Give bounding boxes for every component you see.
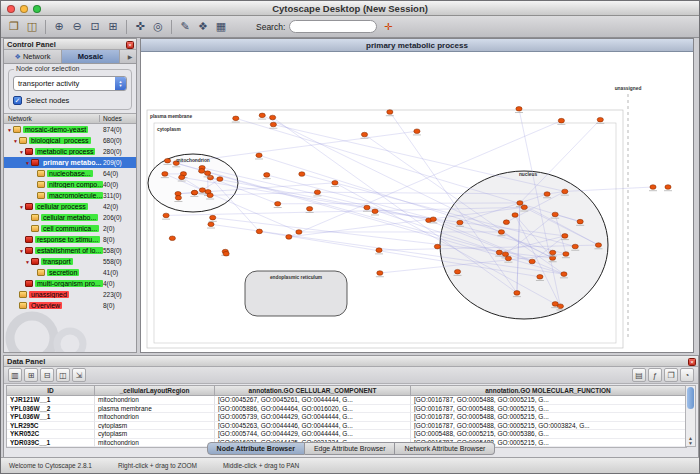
graph-node[interactable] xyxy=(270,115,276,120)
graph-node[interactable] xyxy=(543,192,551,199)
graph-node[interactable] xyxy=(269,122,277,128)
graph-node[interactable] xyxy=(549,250,557,257)
delete-attribute-icon[interactable]: ⊟ xyxy=(40,368,54,382)
chart-icon[interactable]: ◔ xyxy=(680,368,694,382)
graph-node[interactable] xyxy=(594,243,602,250)
expander-icon[interactable]: ▼ xyxy=(18,248,25,254)
graph-node[interactable] xyxy=(162,213,170,220)
tab-mosaic[interactable]: Mosaic xyxy=(62,50,120,63)
graph-node[interactable] xyxy=(456,220,464,227)
graph-node[interactable] xyxy=(178,175,186,182)
table-row[interactable]: YPL036W__1mitochondrion[GO:0005739, GO:0… xyxy=(7,413,686,422)
table-row[interactable]: YJR121W__1mitochondrion[GO:0045267, GO:0… xyxy=(7,396,686,405)
tab-network-attribute-browser[interactable]: Network Attribute Browser xyxy=(395,442,495,455)
layout-icon[interactable]: ▦ xyxy=(212,18,230,36)
graph-node[interactable] xyxy=(551,302,559,309)
close-data-panel-icon[interactable]: × xyxy=(688,358,696,366)
tree-column-network[interactable]: Network xyxy=(4,115,100,122)
graph-node[interactable] xyxy=(576,219,584,226)
graph-node[interactable] xyxy=(495,250,503,256)
graph-node[interactable] xyxy=(331,181,339,188)
graph-node[interactable] xyxy=(164,158,172,165)
graph-node[interactable] xyxy=(562,252,570,258)
expander-icon[interactable]: ▼ xyxy=(18,149,25,155)
expander-icon[interactable]: ▼ xyxy=(18,204,25,210)
close-window-icon[interactable] xyxy=(7,5,15,13)
tree-row-unassigned[interactable]: unassigned223(0) xyxy=(4,289,136,300)
tree-row-macromolecule[interactable]: macromolecule...311(0) xyxy=(4,190,136,201)
graph-node[interactable] xyxy=(274,202,282,209)
graph-node[interactable] xyxy=(207,175,213,180)
open-session-icon[interactable]: ❐ xyxy=(5,18,23,36)
graph-node[interactable] xyxy=(571,244,579,251)
graph-node[interactable] xyxy=(263,173,271,180)
graph-node[interactable] xyxy=(376,271,384,278)
table-column-header[interactable]: _cellularLayoutRegion xyxy=(95,386,215,395)
graph-node[interactable] xyxy=(371,209,379,216)
graph-node[interactable] xyxy=(551,212,559,219)
graph-node[interactable] xyxy=(515,107,523,114)
minimize-window-icon[interactable] xyxy=(20,5,28,13)
graph-node[interactable] xyxy=(497,230,505,237)
graph-node[interactable] xyxy=(255,153,263,160)
graph-node[interactable] xyxy=(169,236,175,241)
graph-node[interactable] xyxy=(206,193,214,200)
close-panel-icon[interactable]: × xyxy=(126,41,134,49)
tree-row-mosaic-demo-yeast[interactable]: ▼mosaic-demo-yeast874(0) xyxy=(4,124,136,135)
expander-icon[interactable]: ▼ xyxy=(6,127,13,133)
snapshot-icon[interactable]: ◎ xyxy=(149,18,167,36)
open-attributes-icon[interactable]: ❐ xyxy=(664,368,678,382)
tree-row-cellular-metabo[interactable]: cellular metabo...206(0) xyxy=(4,212,136,223)
tab-node-attribute-browser[interactable]: Node Attribute Browser xyxy=(207,442,305,455)
color-attribute-dropdown[interactable]: transporter activity ▲▼ xyxy=(13,76,127,91)
tree-row-secretion[interactable]: secretion41(0) xyxy=(4,267,136,278)
tree-column-nodes[interactable]: Nodes xyxy=(100,115,136,122)
import-attributes-icon[interactable]: ⇲ xyxy=(72,368,86,382)
tree-row-cell-communica[interactable]: cell communica...2(0) xyxy=(4,223,136,234)
tree-row-metabolic-process[interactable]: ▼metabolic process280(0) xyxy=(4,146,136,157)
graph-node[interactable] xyxy=(313,190,321,197)
graph-node[interactable] xyxy=(504,256,512,263)
graph-node[interactable] xyxy=(536,274,544,281)
annotation-icon[interactable]: ✎ xyxy=(176,18,194,36)
tab-edge-attribute-browser[interactable]: Edge Attribute Browser xyxy=(305,442,396,455)
tree-row-overview[interactable]: Overview8(0) xyxy=(4,300,136,311)
tab-overflow-arrow-icon[interactable]: ▶ xyxy=(124,50,136,63)
zoom-out-icon[interactable]: ⊖ xyxy=(68,18,86,36)
expander-icon[interactable]: ▼ xyxy=(24,160,31,166)
table-row[interactable]: YKR052Ccytoplasm[GO:0005744, GO:0044429,… xyxy=(7,430,686,439)
attribute-matrix-icon[interactable]: ▤ xyxy=(632,368,646,382)
graph-node[interactable] xyxy=(174,195,182,202)
table-scrollbar[interactable]: ▲▼ xyxy=(685,385,696,447)
graph-node[interactable] xyxy=(296,230,302,235)
zoom-window-icon[interactable] xyxy=(33,5,41,13)
tree-row-transport[interactable]: ▼transport558(0) xyxy=(4,256,136,267)
graph-node[interactable] xyxy=(306,206,314,213)
graph-node[interactable] xyxy=(649,185,657,192)
graph-node[interactable] xyxy=(429,217,437,224)
graph-node[interactable] xyxy=(520,205,528,212)
graph-node[interactable] xyxy=(561,234,569,241)
select-attributes-icon[interactable]: ▥ xyxy=(8,368,22,382)
graph-node[interactable] xyxy=(557,118,565,125)
graph-node[interactable] xyxy=(299,172,305,177)
graph-node[interactable] xyxy=(286,235,292,240)
graph-node[interactable] xyxy=(454,269,462,276)
graph-node[interactable] xyxy=(513,291,521,298)
tree-row-establishment-of-lo[interactable]: ▼establishment of lo...558(0) xyxy=(4,245,136,256)
graph-node[interactable] xyxy=(360,132,368,139)
graph-node[interactable] xyxy=(560,272,568,279)
table-column-header[interactable]: ID xyxy=(7,386,95,395)
graph-node[interactable] xyxy=(198,188,206,195)
graph-node[interactable] xyxy=(199,169,205,174)
search-input[interactable] xyxy=(289,20,377,33)
tree-row-primary-metabo[interactable]: ▼primary metabo...209(0) xyxy=(4,157,136,168)
graph-node[interactable] xyxy=(363,205,371,212)
tree-row-cellular-process[interactable]: ▼cellular process42(0) xyxy=(4,201,136,212)
match-attribute-icon[interactable]: ◫ xyxy=(56,368,70,382)
expander-icon[interactable]: ▼ xyxy=(12,138,19,144)
table-row[interactable]: YLR295Ccytoplasm[GO:0045263, GO:0044446,… xyxy=(7,422,686,431)
graph-node[interactable] xyxy=(529,259,535,264)
graph-node[interactable] xyxy=(192,190,198,195)
first-neighbors-icon[interactable]: ✜ xyxy=(131,18,149,36)
